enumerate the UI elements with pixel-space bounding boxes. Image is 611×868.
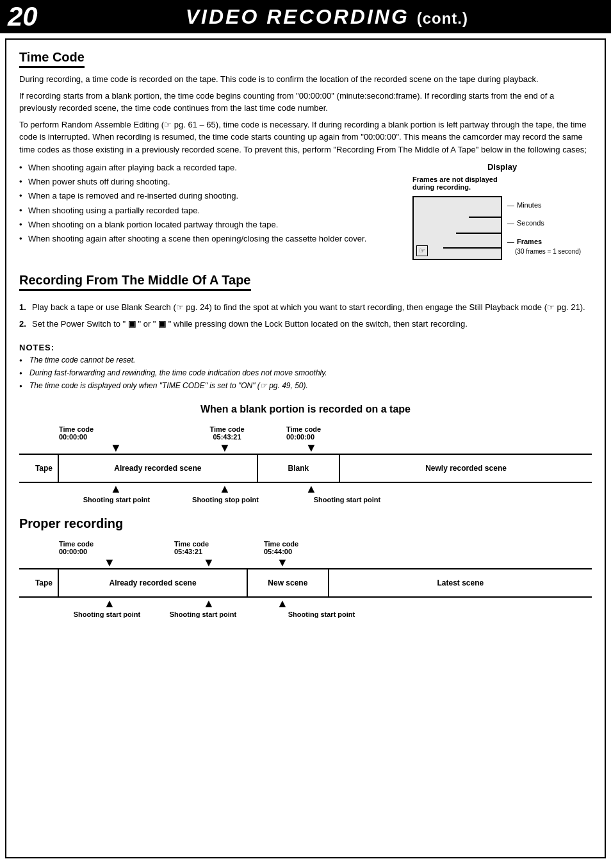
tape-segments-1: Already recorded scene Blank Newly recor… (58, 455, 592, 482)
d2-arr1-down: ▼ (59, 557, 168, 568)
seconds-label: — Seconds (507, 219, 581, 227)
page-number: 20 (8, 3, 38, 30)
note-item: The time code cannot be reset. (19, 355, 592, 366)
diagram1-labels: Shooting start point Shooting stop point… (19, 496, 592, 504)
diagram1-tc-row: Time code00:00:00 Time code05:43:21 Time… (19, 425, 592, 441)
segment-newly: Newly recorded scene (340, 455, 592, 482)
list-item: When shooting using a partially recorded… (19, 205, 400, 217)
shoot-lbl-d2-2: Shooting start point (155, 610, 251, 618)
tape-label-1: Tape (19, 464, 58, 473)
d1-arr3-up: ▲ (286, 483, 414, 495)
list-item: When shooting on a blank portion located… (19, 219, 400, 231)
diagram2-up-arrows: ▲ ▲ ▲ (19, 598, 592, 609)
segment-blank: Blank (258, 455, 340, 482)
step-2: 2. Set the Power Switch to " ▣ " or " ▣ … (19, 318, 592, 331)
d1-tc2: Time code05:43:21 (181, 425, 273, 441)
display-box: Display Frames are not displayedduring r… (412, 162, 592, 260)
cont-text: (cont.) (417, 10, 468, 27)
tape-segments-2: Already recorded scene New scene Latest … (58, 569, 592, 596)
time-code-title: Time Code (19, 50, 85, 68)
d2-arr2-up: ▲ (168, 598, 251, 609)
shoot-lbl-d2-3: Shooting start point (257, 610, 386, 618)
recording-title: Recording From The Middle Of A Tape (19, 273, 251, 291)
diagram1-up-arrows: ▲ ▲ ▲ (19, 483, 592, 495)
d1-arr2-up: ▲ (181, 483, 273, 495)
tc-para-2: If recording starts from a blank portion… (19, 90, 592, 115)
tc-para-3: To perform Random Assemble Editing (☞ pg… (19, 119, 592, 156)
list-item: When a tape is removed and re-inserted d… (19, 190, 400, 202)
d1-arr2-down: ▼ (181, 442, 273, 454)
d1-tc1: Time code00:00:00 (59, 425, 181, 441)
note-item: During fast-forwarding and rewinding, th… (19, 368, 592, 379)
step-1: 1. Play back a tape or use Blank Search … (19, 301, 592, 314)
list-item: When shooting again after playing back a… (19, 162, 400, 174)
diagram2-down-arrows: ▼ ▼ ▼ (19, 557, 592, 568)
d2-tc3: Time code05:44:00 (264, 540, 354, 555)
minutes-arrow: — (507, 201, 514, 209)
page-header: 20 VIDEO RECORDING (cont.) (0, 0, 611, 33)
d2-arr3-down: ▼ (264, 557, 354, 568)
tape-label-2: Tape (19, 578, 58, 587)
d1-arr1-up: ▲ (59, 483, 181, 495)
display-note: Frames are not displayedduring recording… (412, 176, 592, 191)
seconds-line (456, 233, 501, 234)
d1-arr1-down: ▼ (59, 442, 181, 454)
display-title: Display (412, 162, 592, 172)
frames-label: — Frames (30 frames = 1 second) (507, 238, 581, 255)
notes-section: NOTES: The time code cannot be reset. Du… (19, 343, 592, 391)
d1-tc3: Time code00:00:00 (286, 425, 414, 441)
diagram2-tc-row: Time code00:00:00 Time code05:43:21 Time… (19, 540, 592, 555)
diagram2-tape: Tape Already recorded scene New scene La… (19, 568, 592, 598)
main-content: Time Code During recording, a time code … (5, 38, 606, 858)
shoot-lbl-1: Shooting start point (59, 496, 174, 504)
recording-section: Recording From The Middle Of A Tape 1. P… (19, 273, 592, 330)
d2-arr2-down: ▼ (168, 557, 251, 568)
segment-already-2: Already recorded scene (59, 569, 248, 596)
tc-layout: When shooting again after playing back a… (19, 162, 592, 260)
diagram2-section: Proper recording Time code00:00:00 Time … (19, 516, 592, 618)
diagram2-labels: Shooting start point Shooting start poin… (19, 610, 592, 618)
tc-screen-icon: ☞ (416, 245, 428, 256)
minutes-line (469, 217, 501, 218)
notes-title: NOTES: (19, 343, 592, 352)
d2-tc1: Time code00:00:00 (59, 540, 168, 555)
numbered-steps: 1. Play back a tape or use Blank Search … (19, 301, 592, 330)
segment-already-1: Already recorded scene (59, 455, 258, 482)
display-screen: ☞ (412, 196, 502, 260)
shoot-lbl-3: Shooting start point (283, 496, 411, 504)
display-inner: ☞ — Minutes — Seconds (412, 196, 592, 260)
segment-new-scene: New scene (248, 569, 329, 596)
frames-line (443, 247, 501, 249)
diagram1-section: When a blank portion is recorded on a ta… (19, 404, 592, 504)
seconds-arrow: — (507, 219, 514, 227)
shoot-lbl-d2-1: Shooting start point (59, 610, 155, 618)
diagram1-down-arrows: ▼ ▼ ▼ (19, 442, 592, 454)
d2-tc2: Time code05:43:21 (168, 540, 251, 555)
tc-para-1: During recording, a time code is recorde… (19, 73, 592, 86)
page-title: VIDEO RECORDING (cont.) (51, 5, 603, 29)
shoot-lbl-2: Shooting stop point (174, 496, 277, 504)
time-code-section: Time Code During recording, a time code … (19, 50, 592, 260)
d2-arr3-up: ▲ (264, 598, 354, 609)
list-item: When power shuts off during shooting. (19, 176, 400, 188)
segment-latest: Latest scene (329, 569, 592, 596)
tc-bullet-list: When shooting again after playing back a… (19, 162, 400, 260)
minutes-label: — Minutes (507, 201, 581, 209)
diagram1-tape: Tape Already recorded scene Blank Newly … (19, 454, 592, 483)
note-item: The time code is displayed only when "TI… (19, 381, 592, 391)
display-labels: — Minutes — Seconds — Frames ( (507, 196, 581, 260)
title-text: VIDEO RECORDING (186, 5, 409, 28)
d2-arr1-up: ▲ (59, 598, 168, 609)
diagram2-title: Proper recording (19, 516, 592, 531)
d1-arr3-down: ▼ (286, 442, 414, 454)
diagram1-title: When a blank portion is recorded on a ta… (19, 404, 592, 415)
list-item: When shooting again after shooting a sce… (19, 233, 400, 245)
